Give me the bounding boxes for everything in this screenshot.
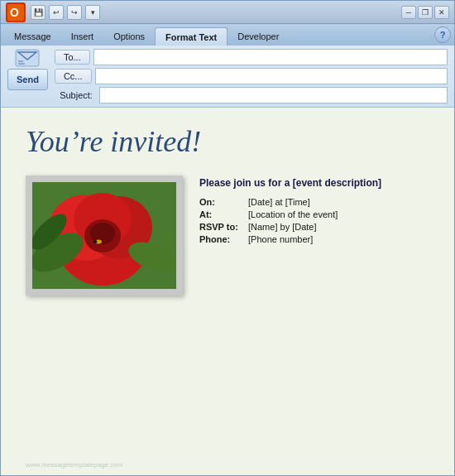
help-icon[interactable]: ? bbox=[434, 26, 451, 43]
close-button[interactable]: ✕ bbox=[434, 6, 449, 19]
invitation-main-text: Please join us for a [event description] bbox=[199, 175, 429, 190]
save-quick-btn[interactable]: 💾 bbox=[31, 5, 46, 20]
detail-row-phone: Phone: [Phone number] bbox=[199, 234, 429, 244]
detail-row-at: At: [Location of the event] bbox=[199, 209, 429, 219]
subject-label: Subject: bbox=[55, 89, 96, 102]
to-input[interactable] bbox=[93, 49, 448, 65]
detail-row-rsvp: RSVP to: [Name] by [Date] bbox=[199, 222, 429, 232]
flower-image bbox=[26, 175, 183, 296]
svg-point-18 bbox=[93, 240, 98, 243]
cc-button[interactable]: Cc... bbox=[55, 69, 92, 84]
tab-insert[interactable]: Insert bbox=[61, 27, 104, 46]
window-controls: ─ ❐ ✕ bbox=[401, 6, 449, 19]
detail-label-phone: Phone: bbox=[199, 234, 245, 244]
detail-row-on: On: [Date] at [Time] bbox=[199, 197, 429, 207]
invitation-title: You’re invited! bbox=[26, 124, 429, 159]
detail-label-on: On: bbox=[199, 197, 245, 207]
svg-text:O: O bbox=[10, 6, 19, 19]
to-button[interactable]: To... bbox=[55, 50, 90, 65]
ribbon-tabs: Message Insert Options Format Text Devel… bbox=[1, 24, 454, 46]
detail-value-rsvp: [Name] by [Date] bbox=[248, 222, 317, 232]
watermark: www.messagetemplatepage.com bbox=[26, 461, 122, 469]
detail-label-rsvp: RSVP to: bbox=[199, 222, 245, 232]
send-icon bbox=[15, 49, 40, 67]
restore-button[interactable]: ❐ bbox=[418, 6, 433, 19]
email-header: Send To... Cc... Subject: bbox=[1, 46, 454, 108]
detail-value-phone: [Phone number] bbox=[248, 234, 313, 244]
invitation-content: Please join us for a [event description]… bbox=[26, 175, 429, 296]
fields-area: To... Cc... Subject: bbox=[55, 49, 448, 103]
email-body[interactable]: You’re invited! bbox=[1, 108, 454, 475]
tab-format-text[interactable]: Format Text bbox=[155, 27, 228, 46]
app-window: O 💾 ↩ ↪ ▾ ─ ❐ ✕ Message Insert Options F… bbox=[0, 0, 455, 476]
send-button-group: Send bbox=[7, 49, 48, 90]
quick-access-toolbar: 💾 ↩ ↪ ▾ bbox=[31, 5, 401, 20]
minimize-button[interactable]: ─ bbox=[401, 6, 416, 19]
subject-row: Subject: bbox=[55, 87, 448, 103]
title-bar: O 💾 ↩ ↪ ▾ ─ ❐ ✕ bbox=[1, 1, 454, 24]
cc-row: Cc... bbox=[55, 68, 448, 84]
to-row: To... bbox=[55, 49, 448, 65]
tab-message[interactable]: Message bbox=[4, 27, 61, 46]
cc-input[interactable] bbox=[95, 68, 448, 84]
detail-value-on: [Date] at [Time] bbox=[248, 197, 310, 207]
invitation-details: Please join us for a [event description]… bbox=[199, 175, 429, 247]
office-logo-icon: O bbox=[6, 2, 26, 22]
send-button[interactable]: Send bbox=[7, 69, 48, 90]
dropdown-quick-btn[interactable]: ▾ bbox=[85, 5, 100, 20]
detail-value-at: [Location of the event] bbox=[248, 209, 338, 219]
redo-quick-btn[interactable]: ↪ bbox=[67, 5, 82, 20]
undo-quick-btn[interactable]: ↩ bbox=[49, 5, 64, 20]
tab-options[interactable]: Options bbox=[103, 27, 155, 46]
detail-label-at: At: bbox=[199, 209, 245, 219]
tab-developer[interactable]: Developer bbox=[228, 27, 289, 46]
subject-input[interactable] bbox=[99, 87, 448, 103]
